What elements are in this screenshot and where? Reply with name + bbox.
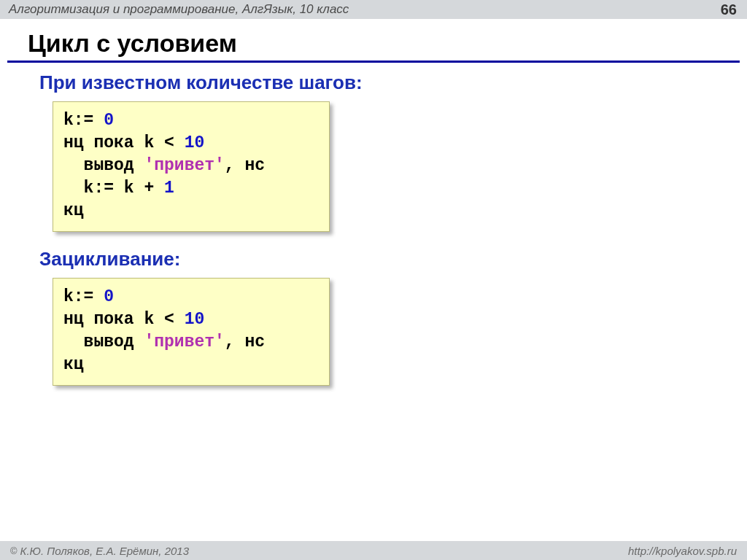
header-subject: Алгоритмизация и программирование, АлгЯз…: [9, 2, 349, 17]
code-text: нц пока k <: [63, 133, 185, 152]
code-number: 0: [104, 111, 114, 130]
code-text: кц: [63, 355, 84, 374]
code-text: вывод: [63, 332, 144, 351]
copyright-symbol: ©: [10, 545, 18, 556]
code-number: 10: [185, 133, 205, 152]
code-text: , нс: [225, 332, 265, 351]
slide-title: Цикл с условием: [28, 29, 747, 58]
authors-text: К.Ю. Поляков, Е.А. Ерёмин, 2013: [20, 545, 189, 557]
code-text: вывод: [63, 156, 144, 175]
footer-authors: © К.Ю. Поляков, Е.А. Ерёмин, 2013: [10, 545, 189, 557]
section1-heading: При известном количестве шагов:: [39, 71, 747, 94]
code-number: 1: [164, 179, 174, 198]
code-text: , нс: [225, 156, 265, 175]
code-text: кц: [63, 201, 84, 220]
footer-bar: © К.Ю. Поляков, Е.А. Ерёмин, 2013 http:/…: [0, 541, 747, 560]
code-string: 'привет': [144, 156, 224, 175]
code-block-1: k:= 0 нц пока k < 10 вывод 'привет', нс …: [53, 101, 330, 232]
code-number: 10: [185, 310, 205, 329]
code-text: k:=: [63, 287, 104, 306]
code-text: k:=: [63, 111, 104, 130]
section2-heading: Зацикливание:: [39, 248, 747, 271]
code-number: 0: [104, 287, 114, 306]
code-string: 'привет': [144, 332, 224, 351]
slide: Алгоритмизация и программирование, АлгЯз…: [0, 0, 747, 560]
footer-url: http://kpolyakov.spb.ru: [628, 545, 737, 557]
code-text: k:= k +: [63, 179, 164, 198]
title-underline: [7, 61, 740, 63]
code-block-2: k:= 0 нц пока k < 10 вывод 'привет', нс …: [53, 278, 330, 386]
page-number: 66: [721, 1, 738, 18]
code-text: нц пока k <: [63, 310, 185, 329]
header-bar: Алгоритмизация и программирование, АлгЯз…: [0, 0, 747, 19]
